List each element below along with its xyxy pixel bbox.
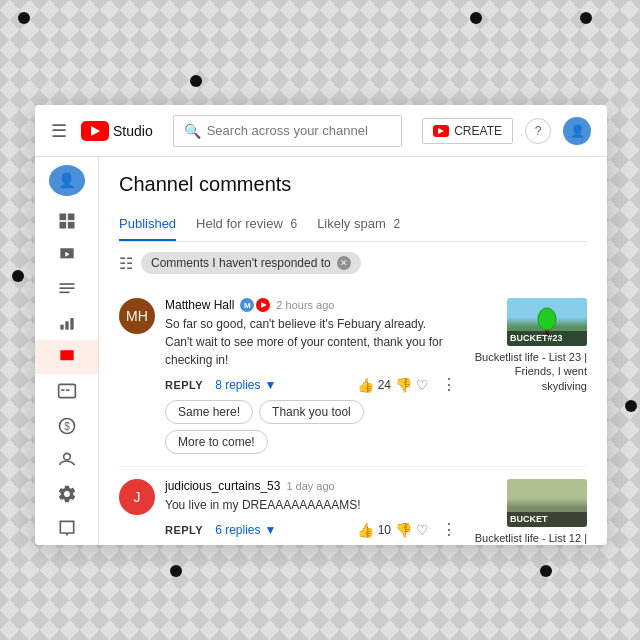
comment-avatar-1: MH	[119, 298, 155, 334]
help-icon: ?	[535, 124, 542, 138]
like-section-1: 👍 24 👎 ♡	[357, 377, 429, 393]
comment-badges-1: M ▶	[240, 298, 270, 312]
youtube-logo: Studio	[81, 121, 153, 141]
like-count-2: 10	[378, 523, 391, 537]
video-title-2: Bucketlist life - List 12 | Living in Sy…	[467, 531, 587, 545]
comment-author-2: judicious_curtains_53	[165, 479, 280, 493]
sidebar-item-analytics[interactable]	[35, 306, 98, 340]
sidebar-item-comments[interactable]	[35, 340, 98, 374]
more-button-1[interactable]: ⋮	[441, 375, 457, 394]
reply-button-2[interactable]: REPLY	[165, 524, 203, 536]
create-button[interactable]: CREATE	[422, 118, 513, 144]
svg-rect-8	[65, 321, 68, 329]
topbar-left: ☰ Studio	[51, 120, 153, 142]
tab-held-for-review[interactable]: Held for review 6	[196, 208, 297, 241]
decorative-dot	[625, 400, 637, 412]
more-button-2[interactable]: ⋮	[441, 520, 457, 539]
youtube-logo-icon	[81, 121, 109, 141]
decorative-dot	[18, 12, 30, 24]
like-button-2[interactable]: 👍	[357, 522, 374, 538]
page-title: Channel comments	[119, 173, 587, 196]
tab-bar: Published Held for review 6 Likely spam …	[119, 208, 587, 242]
filter-chip-label: Comments I haven't responded to	[151, 256, 331, 270]
sidebar-item-monetization[interactable]: $	[35, 408, 98, 442]
sidebar-avatar[interactable]: 👤	[49, 165, 85, 196]
comment-card-2: J judicious_curtains_53 1 day ago You li…	[119, 467, 587, 545]
search-bar[interactable]: 🔍	[173, 115, 403, 147]
thumbnail-label-2: BUCKET	[507, 512, 587, 527]
svg-rect-0	[59, 213, 66, 220]
comment-actions-1: REPLY 8 replies ▼ 👍 24 👎 ♡ ⋮	[165, 375, 457, 394]
sidebar-item-dashboard[interactable]	[35, 204, 98, 238]
quick-reply-thank-you-tool[interactable]: Thank you tool	[259, 400, 364, 424]
search-input[interactable]	[207, 123, 392, 138]
like-section-2: 👍 10 👎 ♡	[357, 522, 429, 538]
svg-rect-2	[59, 222, 66, 229]
comment-right-1: BUCKET#23 Bucketlist life - List 23 | Fr…	[467, 298, 587, 454]
comment-header-1: Matthew Hall M ▶ 2 hours ago	[165, 298, 457, 312]
quick-replies-1: Same here! Thank you tool More to come!	[165, 400, 457, 454]
svg-rect-3	[67, 222, 74, 229]
comment-thumbnail-1[interactable]: BUCKET#23	[507, 298, 587, 346]
svg-point-15	[63, 453, 70, 460]
sidebar-item-feedback[interactable]	[35, 511, 98, 545]
like-count-1: 24	[378, 378, 391, 392]
comment-avatar-2: J	[119, 479, 155, 515]
comment-text-1: So far so good, can't believe it's Febua…	[165, 315, 457, 369]
member-badge: M	[240, 298, 254, 312]
svg-rect-5	[59, 287, 74, 289]
filter-icon: ☷	[119, 254, 133, 273]
svg-rect-12	[66, 390, 69, 392]
comment-time-1: 2 hours ago	[276, 299, 334, 311]
heart-button-1[interactable]: ♡	[416, 377, 429, 393]
quick-reply-same-here[interactable]: Same here!	[165, 400, 253, 424]
decorative-dot	[580, 12, 592, 24]
svg-rect-6	[59, 292, 69, 294]
create-label: CREATE	[454, 124, 502, 138]
app-window: ☰ Studio 🔍 CREATE ? 👤 👤	[35, 105, 607, 545]
topbar-right: CREATE ? 👤	[422, 117, 591, 145]
tab-likely-spam[interactable]: Likely spam 2	[317, 208, 400, 241]
svg-rect-11	[61, 390, 64, 392]
comment-body-2: judicious_curtains_53 1 day ago You live…	[165, 479, 457, 545]
sidebar-item-customization[interactable]	[35, 443, 98, 477]
hamburger-menu[interactable]: ☰	[51, 120, 67, 142]
decorative-dot	[470, 12, 482, 24]
replies-button-1[interactable]: 8 replies ▼	[215, 378, 276, 392]
comment-right-2: BUCKET Bucketlist life - List 12 | Livin…	[467, 479, 587, 545]
main-layout: 👤 $	[35, 157, 607, 545]
svg-rect-7	[60, 325, 63, 330]
sidebar-item-playlists[interactable]	[35, 272, 98, 306]
decorative-dot	[170, 565, 182, 577]
filter-bar: ☷ Comments I haven't responded to ✕	[119, 252, 587, 274]
comment-time-2: 1 day ago	[286, 480, 334, 492]
comment-author-1: Matthew Hall	[165, 298, 234, 312]
svg-rect-9	[70, 318, 73, 330]
content-area: Channel comments Published Held for revi…	[99, 157, 607, 545]
replies-button-2[interactable]: 6 replies ▼	[215, 523, 276, 537]
sidebar: 👤 $	[35, 157, 99, 545]
filter-chip-close[interactable]: ✕	[337, 256, 351, 270]
sidebar-item-subtitles[interactable]	[35, 374, 98, 408]
comment-thumbnail-2[interactable]: BUCKET	[507, 479, 587, 527]
tab-published[interactable]: Published	[119, 208, 176, 241]
help-button[interactable]: ?	[525, 118, 551, 144]
svg-text:$: $	[64, 421, 70, 432]
video-title-1: Bucketlist life - List 23 | Friends, I w…	[467, 350, 587, 393]
sidebar-item-settings[interactable]	[35, 477, 98, 511]
dislike-button-2[interactable]: 👎	[395, 522, 412, 538]
sidebar-item-videos[interactable]	[35, 238, 98, 272]
create-icon	[433, 125, 449, 137]
reply-button-1[interactable]: REPLY	[165, 379, 203, 391]
user-avatar[interactable]: 👤	[563, 117, 591, 145]
heart-button-2[interactable]: ♡	[416, 522, 429, 538]
sub-badge: ▶	[256, 298, 270, 312]
studio-label: Studio	[113, 123, 153, 139]
like-button-1[interactable]: 👍	[357, 377, 374, 393]
tab-held-badge: 6	[290, 217, 297, 231]
dislike-button-1[interactable]: 👎	[395, 377, 412, 393]
quick-reply-more-to-come[interactable]: More to come!	[165, 430, 268, 454]
comment-header-2: judicious_curtains_53 1 day ago	[165, 479, 457, 493]
comment-actions-2: REPLY 6 replies ▼ 👍 10 👎 ♡ ⋮	[165, 520, 457, 539]
search-icon: 🔍	[184, 123, 201, 139]
